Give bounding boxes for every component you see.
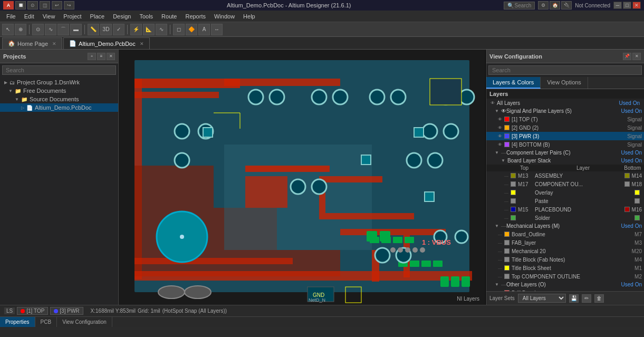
layer-sets-save[interactable]: 💾	[569, 294, 579, 303]
vc-close-button[interactable]: ✕	[632, 53, 641, 60]
title-fab-color[interactable]	[504, 257, 510, 262]
stack-row-overlay[interactable]: — Overlay	[486, 188, 644, 197]
projects-search-input[interactable]	[2, 65, 116, 75]
title-fab-vis[interactable]: —	[497, 256, 503, 263]
layer-bottom[interactable]: 👁 [4] BOTTOM (B) Signal	[486, 140, 644, 149]
vc-pin-button[interactable]: 📌	[623, 53, 631, 60]
fab-vis[interactable]: —	[497, 239, 503, 246]
stack-component-vis[interactable]: —	[503, 181, 510, 187]
tab-pcbdoc-close[interactable]: ✕	[140, 41, 144, 46]
board-outline-color[interactable]	[504, 232, 510, 237]
component-pairs-vis[interactable]: —	[501, 150, 506, 156]
layer-sets-edit[interactable]: ✏	[582, 294, 591, 303]
layer-bottom-color[interactable]	[504, 142, 510, 147]
tool-net[interactable]: ⚡	[130, 24, 142, 35]
layer-top[interactable]: 👁 [1] TOP (T) Signal	[486, 115, 644, 123]
tab-home[interactable]: 🏠 Home Page ✕	[2, 37, 62, 49]
title-sheet-vis[interactable]: —	[497, 265, 503, 271]
stack-solder-bottom-color[interactable]	[635, 215, 640, 220]
bottom-tab-pcb[interactable]: PCB	[35, 317, 57, 327]
menu-view[interactable]: View	[39, 12, 60, 21]
tree-item-pcbdoc[interactable]: ▷ 📄 Altium_Demo.PcbDoc	[0, 103, 118, 112]
menu-window[interactable]: Window	[210, 12, 239, 21]
tree-item-source-docs[interactable]: ▼ 📁 Source Documents	[0, 95, 118, 103]
stack-row-placebound[interactable]: — M15 PLACEBOUND M16	[486, 205, 644, 214]
titlebar-plugin-icon[interactable]: 🔌	[561, 1, 572, 9]
layer-title-block-sheet[interactable]: — Title Block Sheet M1	[486, 264, 644, 272]
tool-fill[interactable]: ▬	[70, 24, 82, 35]
tab-view-options[interactable]: View Options	[541, 77, 588, 89]
stack-placebound-top-color[interactable]	[511, 207, 516, 212]
stack-paste-bottom-color[interactable]	[635, 198, 640, 204]
stack-solder-vis[interactable]: —	[503, 215, 510, 221]
signal-planes-group[interactable]: ▼ 👁 Signal And Plane Layers (5) Used On	[486, 107, 644, 115]
menu-project[interactable]: Project	[59, 12, 85, 21]
menu-reports[interactable]: Reports	[181, 12, 210, 21]
layer-sets-delete[interactable]: 🗑	[594, 294, 604, 303]
layer-gnd-color[interactable]	[504, 125, 510, 130]
stack-component-top-color[interactable]	[511, 181, 516, 187]
top-comp-vis[interactable]: —	[497, 273, 503, 280]
titlebar-icon-1[interactable]: 🔲	[15, 1, 26, 9]
layer-bottom-vis[interactable]: 👁	[497, 141, 503, 148]
menu-design[interactable]: Design	[109, 12, 135, 21]
stack-placebound-bottom-color[interactable]	[624, 207, 630, 212]
layer-mech20[interactable]: — Mechanical 20 M20	[486, 247, 644, 255]
layer-fab[interactable]: — FAB_layer M3	[486, 238, 644, 247]
fab-color[interactable]	[504, 240, 510, 245]
stack-placebound-vis[interactable]: —	[503, 206, 510, 213]
stack-assembly-bottom-color[interactable]	[624, 173, 630, 178]
layer-gnd[interactable]: 👁 [2] GND (2) Signal	[486, 123, 644, 132]
all-layers-vis-icon[interactable]: 👁	[489, 100, 496, 106]
stack-component-bottom-color[interactable]	[624, 181, 630, 187]
stack-row-component[interactable]: — M17 COMPONENT OU... M18	[486, 180, 644, 188]
all-layers-row[interactable]: 👁 All Layers Used On	[486, 99, 644, 107]
tool-track[interactable]: ∿	[45, 24, 56, 35]
layer-sets-select[interactable]: All Layers Signal Layers Plane Layers	[518, 294, 566, 303]
layer-pwr[interactable]: 👁 [3] PWR (3) Signal	[486, 132, 644, 140]
titlebar-icon-4[interactable]: ↩	[52, 1, 62, 9]
tree-item-project-group[interactable]: ▶ 🗂 Project Group 1.DsnWrk	[0, 78, 118, 86]
tab-home-close[interactable]: ✕	[52, 41, 56, 46]
titlebar-icon-2[interactable]: ⊙	[27, 1, 38, 9]
layer-top-component-outline[interactable]: — Top COMPONENT OUTLINE M2	[486, 272, 644, 281]
minimize-button[interactable]: ─	[613, 2, 622, 9]
stack-overlay-vis[interactable]: —	[503, 189, 510, 196]
layer-title-block-fab[interactable]: — Title Block (Fab Notes) M4	[486, 255, 644, 264]
status-layer-pwr[interactable]: [3] PWR	[50, 307, 83, 315]
layer-top-color[interactable]	[504, 117, 510, 122]
bottom-tab-view-config[interactable]: View Configuration	[57, 317, 112, 327]
mechanical-vis[interactable]: —	[501, 223, 506, 229]
title-sheet-color[interactable]	[504, 265, 510, 271]
stack-overlay-bottom-color[interactable]	[635, 190, 640, 195]
tool-3d[interactable]: 3D	[100, 24, 112, 35]
tool-route[interactable]: ⊕	[15, 24, 26, 35]
component-pairs-group[interactable]: ▼ — Component Layer Pairs (C) Used On	[486, 149, 644, 157]
stack-row-paste[interactable]: — Paste	[486, 197, 644, 205]
titlebar-gear-icon[interactable]: ⚙	[538, 1, 549, 9]
pcb-canvas[interactable]: 1 : VBUS GND NetD_N NI Layers	[119, 50, 486, 305]
mech20-color[interactable]	[504, 248, 510, 254]
layer-pwr-color[interactable]	[504, 133, 510, 139]
signal-planes-vis[interactable]: 👁	[501, 108, 506, 114]
layer-gnd-vis[interactable]: 👁	[497, 124, 503, 131]
tool-measure[interactable]: 📏	[88, 24, 99, 35]
bottom-tab-properties[interactable]: Properties	[0, 317, 35, 327]
titlebar-icon-5[interactable]: ↪	[64, 1, 74, 9]
layer-pwr-vis[interactable]: 👁	[497, 133, 503, 139]
stack-row-solder[interactable]: — Solder	[486, 214, 644, 222]
menu-tools[interactable]: Tools	[135, 12, 157, 21]
stack-paste-color[interactable]	[511, 198, 516, 204]
titlebar-home-icon[interactable]: 🏠	[550, 1, 560, 9]
layer-top-vis[interactable]: 👁	[497, 116, 503, 122]
stack-solder-color[interactable]	[511, 215, 516, 220]
tree-item-free-docs[interactable]: ▼ 📁 Free Documents	[0, 86, 118, 95]
board-layer-stack-group[interactable]: ▼ Board Layer Stack Used On	[486, 157, 644, 165]
board-outline-vis[interactable]: —	[497, 231, 503, 237]
tool-drc[interactable]: ✓	[113, 24, 124, 35]
stack-overlay-color[interactable]	[511, 190, 516, 195]
other-vis[interactable]: —	[501, 282, 506, 287]
tool-string[interactable]: A	[198, 24, 210, 35]
tool-xsignal[interactable]: ∿	[156, 24, 167, 35]
stack-assembly-top-color[interactable]	[511, 173, 516, 178]
